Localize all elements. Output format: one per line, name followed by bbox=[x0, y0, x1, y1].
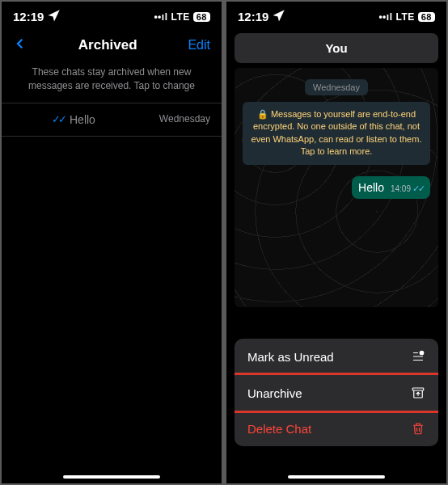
svg-rect-1 bbox=[412, 388, 424, 390]
svg-point-0 bbox=[420, 351, 424, 355]
archive-info-text[interactable]: These chats stay archived when new messa… bbox=[2, 64, 222, 103]
outgoing-message-bubble[interactable]: Hello 14:09 ✓✓ bbox=[352, 176, 430, 199]
encryption-notice[interactable]: 🔒 Messages to yourself are end-to-end en… bbox=[243, 102, 430, 165]
unarchive-highlight: Unarchive bbox=[235, 373, 438, 413]
signal-icon: ••ıl bbox=[154, 11, 167, 23]
delete-chat-label: Delete Chat bbox=[247, 422, 311, 436]
signal-icon: ••ıl bbox=[378, 11, 392, 23]
home-indicator[interactable] bbox=[288, 475, 385, 479]
status-bar: 12:19 ••ıl LTE 68 bbox=[2, 2, 222, 28]
read-ticks-icon: ✓✓ bbox=[412, 183, 424, 194]
edit-button[interactable]: Edit bbox=[188, 38, 210, 53]
message-time: 14:09 bbox=[391, 184, 411, 193]
status-bar: 12:19 ••ıl LTE 68 bbox=[226, 2, 446, 28]
phone-chat-actions: 12:19 ••ıl LTE 68 You Wednesday 🔒 Messag… bbox=[226, 2, 446, 483]
location-icon bbox=[272, 8, 286, 25]
network-label: LTE bbox=[395, 11, 414, 23]
network-label: LTE bbox=[171, 11, 189, 23]
delete-chat-button[interactable]: Delete Chat bbox=[235, 411, 438, 446]
nav-bar: Archived Edit bbox=[2, 28, 222, 64]
trash-icon bbox=[411, 421, 425, 436]
chat-day: Wednesday bbox=[159, 113, 210, 124]
archived-chat-row[interactable]: ✓✓ Hello Wednesday bbox=[2, 103, 222, 137]
day-separator: Wednesday bbox=[305, 79, 368, 95]
message-text: Hello bbox=[358, 181, 384, 194]
read-ticks-icon: ✓✓ bbox=[52, 113, 65, 125]
mark-unread-label: Mark as Unread bbox=[247, 350, 334, 364]
location-icon bbox=[47, 8, 61, 25]
context-menu: Mark as Unread Unarchive Delete Chat bbox=[235, 339, 438, 446]
unarchive-icon bbox=[411, 386, 425, 400]
battery-level: 68 bbox=[418, 12, 435, 22]
battery-level: 68 bbox=[193, 12, 210, 22]
lock-icon: 🔒 bbox=[257, 109, 268, 119]
chat-background[interactable]: Wednesday 🔒 Messages to yourself are end… bbox=[235, 68, 438, 307]
unarchive-label: Unarchive bbox=[247, 386, 302, 400]
encryption-text: Messages to yourself are end-to-end encr… bbox=[251, 109, 422, 156]
status-time: 12:19 bbox=[238, 10, 268, 23]
status-time: 12:19 bbox=[13, 10, 44, 23]
home-indicator[interactable] bbox=[63, 475, 160, 479]
chat-preview: Hello bbox=[70, 113, 95, 126]
unread-icon bbox=[411, 349, 425, 364]
contact-header[interactable]: You bbox=[235, 33, 438, 63]
page-title: Archived bbox=[78, 37, 137, 53]
phone-archived-list: 12:19 ••ıl LTE 68 Archived Edit These ch… bbox=[2, 2, 222, 483]
mark-unread-button[interactable]: Mark as Unread bbox=[235, 339, 438, 375]
back-button[interactable] bbox=[13, 35, 27, 56]
unarchive-button[interactable]: Unarchive bbox=[235, 375, 438, 411]
